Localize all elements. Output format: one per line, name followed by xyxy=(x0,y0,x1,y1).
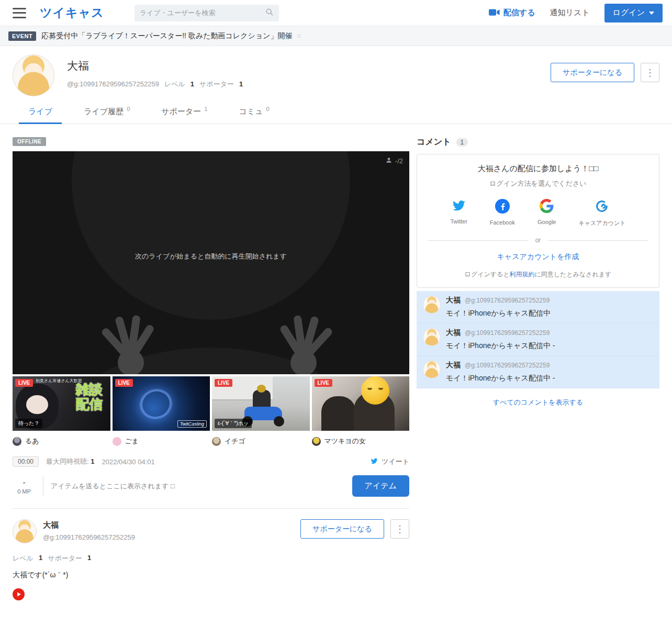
divider xyxy=(43,476,43,496)
comment-text: モイ！iPhoneからキャス配信中 - xyxy=(446,374,653,383)
tweet-button[interactable]: ツイート xyxy=(370,457,409,466)
more-options-button[interactable]: ⋮ xyxy=(641,63,659,82)
facebook-icon xyxy=(495,199,510,215)
commenter-avatar[interactable] xyxy=(423,296,441,314)
camera-icon xyxy=(489,8,500,18)
level-label: レベル xyxy=(164,80,185,89)
related-live-1[interactable]: LIVE 初見さん常連さん大歓迎 雑談配信 待った？ るあ xyxy=(13,376,110,446)
broadcaster-avatar xyxy=(113,437,121,446)
live-thumbnail[interactable]: LIVE xyxy=(312,376,410,431)
user-id: @g:109917629596257252259 xyxy=(67,80,159,88)
twitter-icon xyxy=(370,457,378,466)
commenter-id: @g:109917629596257252259 xyxy=(465,297,550,304)
menu-icon[interactable] xyxy=(13,8,26,18)
twitcasting-account-icon xyxy=(595,199,609,215)
broadcaster-link[interactable]: マツキヨの女 xyxy=(312,437,410,446)
become-supporter-button[interactable]: サポーターになる xyxy=(551,63,634,82)
terms-link[interactable]: 利用規約 xyxy=(510,271,535,278)
broadcaster-link[interactable]: イチゴ xyxy=(212,437,310,446)
video-player[interactable]: -/2 次のライブが始まると自動的に再生開始されます xyxy=(13,151,409,374)
comment-text: モイ！iPhoneからキャス配信中 - xyxy=(446,341,653,351)
score-value: - xyxy=(13,478,36,487)
twitter-icon xyxy=(451,199,467,214)
twitcasting-logo[interactable]: ツイキャス xyxy=(40,5,104,21)
become-supporter-button[interactable]: サポーターになる xyxy=(300,519,384,539)
related-live-3[interactable]: LIVE ε-(´∀｀*)ホッ イチゴ xyxy=(212,376,310,446)
max-viewers-label: 最大同時視聴: xyxy=(46,457,89,465)
youtube-icon[interactable] xyxy=(13,588,25,602)
or-divider-label: or xyxy=(535,237,541,244)
profile-header: 大福 @g:109917629596257252259 レベル 1 サポーター … xyxy=(0,46,672,96)
supporters-value: 1 xyxy=(239,80,243,88)
related-live-2[interactable]: LIVE TwitCasting ごま xyxy=(113,376,210,446)
search-input[interactable] xyxy=(140,9,265,17)
item-score: - 0 MP xyxy=(13,478,36,495)
commenter-avatar[interactable] xyxy=(423,328,441,346)
login-prompt-subtitle: ログイン方法を選んでください xyxy=(428,179,648,188)
avatar[interactable] xyxy=(13,54,54,96)
search-box[interactable] xyxy=(135,5,279,21)
tab-live[interactable]: ライブ xyxy=(13,99,68,124)
comments-count-badge: 1 xyxy=(456,138,468,147)
bio-description: 大福です(*´ω｀*) xyxy=(13,571,409,580)
live-thumbnail[interactable]: LIVE ε-(´∀｀*)ホッ xyxy=(212,376,310,431)
broadcaster-avatar xyxy=(312,437,321,446)
supporters-label: サポーター xyxy=(48,554,82,563)
broadcaster-link[interactable]: ごま xyxy=(113,437,210,446)
comment-row: 大福 @g:109917629596257252259 モイ！iPhoneからキ… xyxy=(417,323,659,356)
google-icon xyxy=(540,199,554,215)
mp-value: 0 MP xyxy=(13,488,36,495)
broadcast-label: 配信する xyxy=(503,8,535,18)
login-prompt-title: 大福さんの配信に参加しよう！□□ xyxy=(428,164,648,174)
show-all-comments-link[interactable]: すべてのコメントを表示する xyxy=(417,398,659,407)
supporters-label: サポーター xyxy=(199,80,234,89)
comment-row: 大福 @g:109917629596257252259 モイ！iPhoneからキ… xyxy=(417,291,659,323)
notifications-link[interactable]: 通知リスト xyxy=(550,8,590,18)
duration-badge: 00:00 xyxy=(13,456,39,467)
twitcasting-watermark: TwitCasting xyxy=(177,420,207,428)
commenter-avatar[interactable] xyxy=(423,361,441,378)
terms-note: ログインすると利用規約に同意したとみなされます xyxy=(428,270,648,279)
more-icon: ⋮ xyxy=(395,524,405,534)
search-icon[interactable] xyxy=(265,8,274,18)
live-thumbnail[interactable]: LIVE TwitCasting xyxy=(113,376,210,431)
broadcaster-name: マツキヨの女 xyxy=(324,437,366,446)
comments-title: コメント xyxy=(417,137,451,148)
level-value: 1 xyxy=(39,554,42,563)
create-account-link[interactable]: キャスアカウントを作成 xyxy=(497,252,579,262)
comment-row: 大福 @g:109917629596257252259 モイ！iPhoneからキ… xyxy=(417,356,659,388)
broadcaster-name: 大福 xyxy=(43,520,135,530)
event-link[interactable]: 応募受付中「ラブライブ！スーパースター!! 歌みた動画コレクション」開催 xyxy=(41,31,292,41)
event-banner[interactable]: EVENT 応募受付中「ラブライブ！スーパースター!! 歌みた動画コレクション」… xyxy=(0,26,672,46)
more-options-button[interactable]: ⋮ xyxy=(390,519,409,539)
avatar[interactable] xyxy=(13,519,37,543)
login-twitcasting-button[interactable]: キャスアカウント xyxy=(578,199,625,227)
more-icon: ⋮ xyxy=(645,68,655,78)
stream-stats-row: 00:00 最大同時視聴: 1 2022/04/30 04:01 ツイート xyxy=(13,456,409,467)
login-google-button[interactable]: Google xyxy=(537,199,556,227)
viewer-count: -/2 xyxy=(395,157,403,165)
headphones-art xyxy=(136,385,176,423)
login-label: ログイン xyxy=(613,8,645,18)
commenter-name: 大福 xyxy=(446,328,461,338)
thumbnail-title: 雑談配信 xyxy=(76,383,106,411)
login-facebook-button[interactable]: Facebook xyxy=(490,199,515,227)
event-emoji-fallback: □ xyxy=(297,33,300,39)
comments-panel: コメント 1 大福さんの配信に参加しよう！□□ ログイン方法を選んでください T… xyxy=(417,137,659,407)
tab-live-history[interactable]: ライブ履歴0 xyxy=(68,99,145,124)
related-live-4[interactable]: LIVE マツキヨの女 xyxy=(312,376,410,446)
send-item-button[interactable]: アイテム xyxy=(352,475,409,497)
comment-list: 大福 @g:109917629596257252259 モイ！iPhoneからキ… xyxy=(417,291,659,388)
offline-mascot-illustration xyxy=(13,151,409,374)
broadcaster-avatar xyxy=(212,437,221,446)
tab-community[interactable]: コミュ0 xyxy=(223,99,285,124)
offline-status-badge: OFFLINE xyxy=(13,137,46,146)
broadcaster-name: ごま xyxy=(125,437,139,446)
live-thumbnail[interactable]: LIVE 初見さん常連さん大歓迎 雑談配信 待った？ xyxy=(13,376,110,431)
tab-supporters[interactable]: サポーター1 xyxy=(145,99,223,124)
broadcaster-link[interactable]: るあ xyxy=(13,437,110,446)
login-button[interactable]: ログイン xyxy=(604,4,663,23)
broadcast-link[interactable]: 配信する xyxy=(489,8,535,18)
broadcaster-avatar xyxy=(13,437,21,446)
login-twitter-button[interactable]: Twitter xyxy=(450,199,467,227)
